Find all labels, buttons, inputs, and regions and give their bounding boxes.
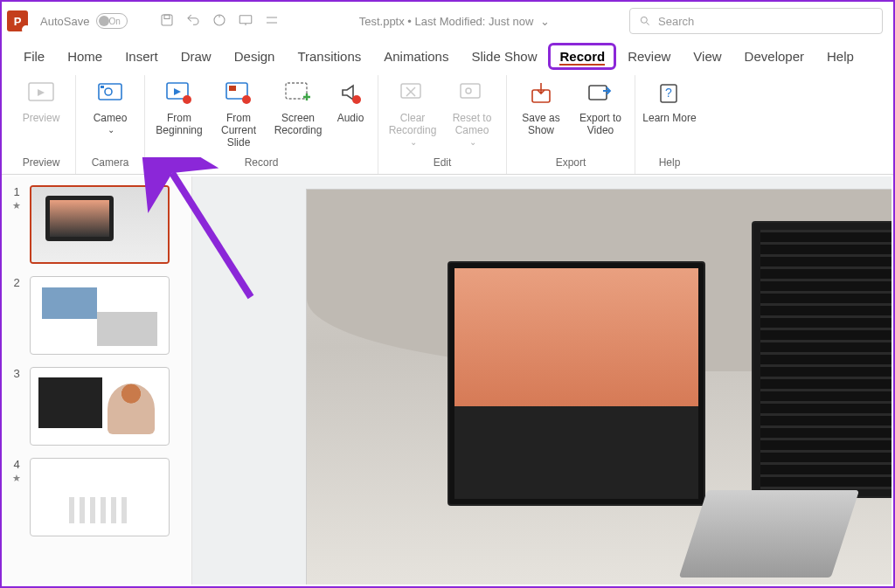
preview-icon (26, 79, 56, 108)
tab-file[interactable]: File (12, 44, 56, 69)
document-title[interactable]: Test.pptx • Last Modified: Just now ⌄ (280, 15, 629, 28)
thumbnail-2[interactable]: 2 (10, 276, 184, 355)
svg-point-4 (641, 17, 647, 23)
tab-record[interactable]: Record (548, 43, 616, 70)
export-to-video-button[interactable]: Export to Video (572, 75, 629, 136)
preview-button: Preview (12, 75, 70, 124)
app-icon: P (7, 10, 28, 31)
learn-more-icon: ? (655, 79, 684, 108)
tab-slide-show[interactable]: Slide Show (460, 44, 548, 69)
group-help: ? Learn More Help (635, 75, 704, 174)
svg-point-15 (352, 95, 361, 104)
chevron-down-icon: ⌄ (540, 15, 550, 28)
search-icon (639, 15, 651, 27)
svg-rect-12 (229, 86, 236, 91)
tab-home[interactable]: Home (56, 44, 114, 69)
animation-star-icon: ★ (12, 473, 21, 484)
group-preview: Preview Preview (7, 75, 76, 174)
group-export: Save as Show Export to Video Export (507, 75, 635, 174)
svg-rect-17 (461, 84, 480, 98)
autosave-label: AutoSave (40, 15, 89, 28)
animation-star-icon: ★ (12, 200, 21, 211)
clear-recording-button: Clear Recording⌄ (384, 75, 441, 149)
autosave-toggle[interactable]: AutoSave On (40, 13, 147, 29)
tab-animations[interactable]: Animations (372, 44, 460, 69)
reset-cameo-button: Reset to Cameo⌄ (443, 75, 501, 149)
tab-insert[interactable]: Insert (114, 44, 170, 69)
thumbnail-3[interactable]: 3 (10, 367, 184, 446)
tab-review[interactable]: Review (616, 44, 682, 69)
audio-button[interactable]: Audio (329, 75, 372, 124)
svg-point-7 (105, 88, 112, 95)
tab-transitions[interactable]: Transitions (286, 44, 372, 69)
redo-icon[interactable] (212, 12, 227, 31)
reset-cameo-icon (457, 79, 487, 108)
workspace: 1★ 2 3 4★ (3, 176, 892, 585)
export-video-icon (586, 79, 615, 108)
overflow-icon[interactable] (264, 12, 280, 31)
tab-design[interactable]: Design (223, 44, 287, 69)
slide-canvas[interactable] (192, 176, 892, 585)
tab-draw[interactable]: Draw (170, 44, 223, 69)
svg-rect-3 (239, 15, 252, 23)
tab-help[interactable]: Help (815, 44, 865, 69)
autosave-switch-text: On (108, 17, 120, 26)
svg-rect-1 (164, 15, 170, 19)
save-icon[interactable] (159, 12, 175, 31)
quick-access-toolbar (159, 12, 280, 31)
thumbnail-1[interactable]: 1★ (10, 185, 184, 264)
save-as-show-icon (526, 79, 556, 108)
from-current-slide-button[interactable]: From Current Slide (210, 75, 267, 149)
screen-recording-icon (283, 79, 313, 108)
svg-text:?: ? (665, 86, 672, 100)
cameo-icon (95, 79, 125, 108)
current-slide[interactable] (306, 189, 892, 585)
tab-view[interactable]: View (682, 44, 732, 69)
tab-developer[interactable]: Developer (733, 44, 815, 69)
audio-icon (336, 79, 365, 108)
save-as-show-button[interactable]: Save as Show (512, 75, 570, 136)
group-camera: Cameo ⌄ Camera (76, 75, 145, 174)
clear-recording-icon (398, 79, 427, 108)
screen-recording-button[interactable]: Screen Recording (269, 75, 327, 136)
group-record: From Beginning From Current Slide Screen… (145, 75, 378, 174)
undo-icon[interactable] (185, 12, 201, 31)
learn-more-button[interactable]: ? Learn More (641, 75, 698, 124)
svg-rect-0 (162, 15, 172, 25)
from-beginning-icon (164, 79, 194, 108)
from-current-icon (224, 79, 253, 108)
title-bar: P AutoSave On Test.pptx • Last Modified:… (2, 2, 893, 40)
slide-thumbnails-panel[interactable]: 1★ 2 3 4★ (3, 176, 192, 585)
ribbon: Preview Preview Cameo ⌄ Camera From Begi… (2, 72, 893, 175)
svg-point-13 (242, 95, 251, 104)
thumbnail-4[interactable]: 4★ (10, 458, 184, 536)
search-input[interactable]: Search (629, 8, 883, 34)
svg-point-18 (466, 88, 471, 93)
group-edit: Clear Recording⌄ Reset to Cameo⌄ Edit (378, 75, 507, 174)
ribbon-tabs: File Home Insert Draw Design Transitions… (2, 40, 893, 72)
cameo-button[interactable]: Cameo ⌄ (81, 75, 139, 136)
present-icon[interactable] (238, 12, 253, 31)
svg-point-10 (183, 95, 191, 104)
chevron-down-icon: ⌄ (108, 124, 114, 136)
from-beginning-button[interactable]: From Beginning (150, 75, 208, 136)
svg-rect-8 (101, 86, 104, 88)
svg-rect-20 (589, 86, 607, 100)
